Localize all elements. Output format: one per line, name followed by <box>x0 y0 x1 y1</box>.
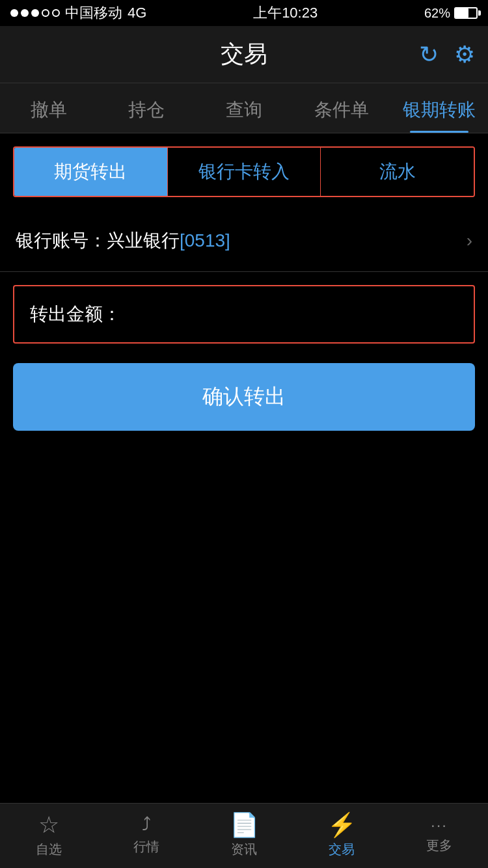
status-bar: 中国移动 4G 上午10:23 62% <box>0 0 488 26</box>
bank-account-row[interactable]: 银行账号：兴业银行[0513] › <box>0 210 488 272</box>
network-type: 4G <box>128 5 146 21</box>
more-icon: ··· <box>431 817 448 833</box>
status-time: 上午10:23 <box>253 3 318 23</box>
market-icon: ⤴ <box>142 816 151 834</box>
news-icon: 📄 <box>230 813 259 837</box>
trading-label: 交易 <box>329 841 355 858</box>
sub-tab-bank-in[interactable]: 银行卡转入 <box>168 148 321 196</box>
signal-dot-1 <box>10 9 18 17</box>
sub-tabs: 期货转出 银行卡转入 流水 <box>13 146 475 197</box>
bank-account-number: [0513] <box>180 230 230 251</box>
battery-percent: 62% <box>424 6 450 21</box>
settings-icon[interactable]: ⚙ <box>454 41 475 68</box>
battery-icon <box>454 7 478 19</box>
bottom-nav-watchlist[interactable]: ☆ 自选 <box>0 804 98 868</box>
watchlist-label: 自选 <box>36 841 62 858</box>
tab-cancel-order[interactable]: 撤单 <box>0 83 98 133</box>
more-label: 更多 <box>426 837 452 854</box>
main-content: 期货转出 银行卡转入 流水 银行账号：兴业银行[0513] › 转出金额： 确认… <box>0 146 488 496</box>
bottom-nav-trading[interactable]: ⚡ 交易 <box>293 804 390 868</box>
bottom-nav: ☆ 自选 ⤴ 行情 📄 资讯 ⚡ 交易 ··· 更多 <box>0 803 488 868</box>
header-actions: ↻ ⚙ <box>419 41 475 68</box>
sub-tab-flow[interactable]: 流水 <box>321 148 474 196</box>
amount-label: 转出金额： <box>30 302 121 327</box>
bottom-nav-more[interactable]: ··· 更多 <box>390 804 488 868</box>
battery-fill <box>455 8 468 18</box>
market-label: 行情 <box>133 838 159 856</box>
watchlist-icon: ☆ <box>38 813 59 837</box>
tab-position[interactable]: 持仓 <box>98 83 195 133</box>
bottom-nav-news[interactable]: 📄 资讯 <box>195 804 293 868</box>
chevron-right-icon: › <box>467 230 472 251</box>
nav-tabs: 撤单 持仓 查询 条件单 银期转账 <box>0 83 488 133</box>
news-label: 资讯 <box>231 841 257 858</box>
status-left: 中国移动 4G <box>10 3 146 23</box>
bottom-nav-market[interactable]: ⤴ 行情 <box>98 804 195 868</box>
signal-dot-3 <box>31 9 39 17</box>
amount-row: 转出金额： <box>13 285 475 344</box>
confirm-transfer-button[interactable]: 确认转出 <box>13 363 475 431</box>
amount-input[interactable] <box>121 304 458 325</box>
signal-dot-5 <box>52 9 60 17</box>
status-right: 62% <box>424 6 478 21</box>
carrier-label: 中国移动 <box>65 3 122 23</box>
sub-tab-futures-out[interactable]: 期货转出 <box>14 148 168 196</box>
bank-account-label: 银行账号：兴业银行[0513] <box>16 228 230 253</box>
page-title: 交易 <box>221 38 267 70</box>
signal-dots <box>10 9 60 17</box>
signal-dot-2 <box>21 9 29 17</box>
refresh-icon[interactable]: ↻ <box>419 41 439 68</box>
tab-bank-transfer[interactable]: 银期转账 <box>390 83 488 133</box>
tab-condition-order[interactable]: 条件单 <box>293 83 390 133</box>
signal-dot-4 <box>42 9 49 17</box>
tab-query[interactable]: 查询 <box>195 83 293 133</box>
trading-icon: ⚡ <box>327 813 357 837</box>
header: 交易 ↻ ⚙ <box>0 26 488 83</box>
